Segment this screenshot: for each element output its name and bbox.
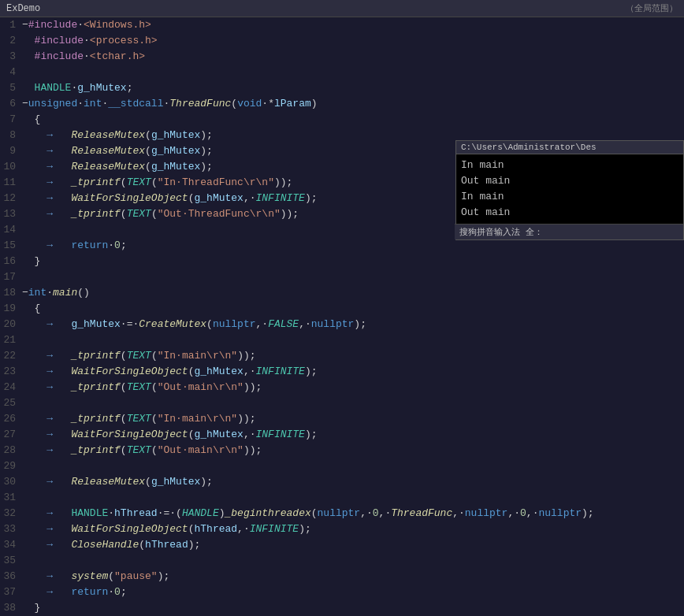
token: ,· xyxy=(243,192,256,204)
token: → xyxy=(46,129,53,141)
code-line: → WaitForSingleObject(hThread,·INFINITE)… xyxy=(22,521,311,537)
token: 0 xyxy=(114,239,121,251)
token: ReleaseMutex xyxy=(71,129,145,141)
token: ( xyxy=(151,208,158,220)
code-lines: 1−#include·<Windows.h>2 #include·<proces… xyxy=(0,17,684,616)
token: )); xyxy=(274,176,292,188)
token: ); xyxy=(305,429,318,440)
token: ); xyxy=(200,161,213,173)
token: → xyxy=(46,523,53,535)
code-line: → ReleaseMutex(g_hMutex); xyxy=(22,143,213,159)
code-line: → _tprintf(TEXT("In·main\r\n")); xyxy=(22,411,256,427)
token: TEXT xyxy=(127,176,151,188)
line-number: 1 xyxy=(0,17,22,33)
token: #include xyxy=(35,35,84,46)
token: )); xyxy=(237,413,255,425)
line-number: 25 xyxy=(0,395,22,411)
table-row: 22 → _tprintf(TEXT("In·main\r\n")); xyxy=(0,348,684,364)
line-number: 37 xyxy=(0,584,22,600)
token xyxy=(22,208,46,220)
code-line: #include·<process.h> xyxy=(22,33,158,49)
token: · xyxy=(77,19,84,31)
token: nullptr xyxy=(465,507,508,519)
token xyxy=(53,161,71,173)
token: ); xyxy=(200,145,213,157)
token: FALSE xyxy=(268,318,299,330)
token xyxy=(53,523,71,535)
line-number: 27 xyxy=(0,427,22,443)
token: − xyxy=(22,19,28,31)
table-row: 28 → _tprintf(TEXT("Out·main\r\n")); xyxy=(0,443,684,458)
table-row: 23 → WaitForSingleObject(g_hMutex,·INFIN… xyxy=(0,364,684,380)
token xyxy=(22,50,35,62)
line-number: 8 xyxy=(0,128,22,143)
code-line: HANDLE·g_hMutex; xyxy=(22,80,132,96)
token xyxy=(53,350,71,362)
token: nullptr xyxy=(213,318,256,330)
token: g_hMutex xyxy=(151,129,200,141)
token: #include xyxy=(35,50,84,62)
token: void xyxy=(237,98,262,109)
line-number: 7 xyxy=(0,112,22,128)
table-row: 2 #include·<process.h> xyxy=(0,33,684,49)
token: int xyxy=(28,287,46,299)
token: 0 xyxy=(373,507,379,519)
line-number: 26 xyxy=(0,411,22,427)
table-row: 26 → _tprintf(TEXT("In·main\r\n")); xyxy=(0,411,684,427)
token: ); xyxy=(200,129,213,141)
table-row: 35 xyxy=(0,553,684,569)
token: WaitForSingleObject xyxy=(71,429,188,440)
table-row: 3 #include·<tchar.h> xyxy=(0,49,684,65)
token: ( xyxy=(151,350,158,362)
token: ReleaseMutex xyxy=(71,476,145,488)
token: → xyxy=(46,476,53,488)
token: TEXT xyxy=(127,444,151,456)
line-number: 38 xyxy=(0,600,22,616)
token: WaitForSingleObject xyxy=(71,192,188,204)
token xyxy=(22,444,46,456)
token: g_hMutex xyxy=(194,366,243,377)
token: − xyxy=(22,287,28,299)
token: ,· xyxy=(243,429,256,440)
token: ; xyxy=(127,82,133,94)
token xyxy=(53,507,71,519)
table-row: 15 → return·0; xyxy=(0,238,684,254)
table-row: 29 xyxy=(0,458,684,474)
table-row: 5 HANDLE·g_hMutex; xyxy=(0,80,684,96)
ime-bar: 搜狗拼音输入法 全： xyxy=(455,224,683,239)
token: ,· xyxy=(299,318,311,330)
token: ,· xyxy=(237,523,250,535)
code-line: → WaitForSingleObject(g_hMutex,·INFINITE… xyxy=(22,191,318,206)
table-row: 24 → _tprintf(TEXT("Out·main\r\n")); xyxy=(0,380,684,395)
token: g_hMutex xyxy=(151,161,200,173)
token: _tprintf xyxy=(71,350,120,362)
token: ,· xyxy=(243,366,256,377)
code-area[interactable]: 1−#include·<Windows.h>2 #include·<proces… xyxy=(0,17,684,616)
token: · xyxy=(84,35,90,46)
line-number: 32 xyxy=(0,506,22,521)
line-number: 19 xyxy=(0,301,22,317)
token: ( xyxy=(121,381,127,393)
token xyxy=(22,145,46,157)
token xyxy=(53,176,71,188)
code-line: −int·main() xyxy=(22,285,90,301)
token: <Windows.h> xyxy=(84,19,151,31)
code-line: → _tprintf(TEXT("Out·main\r\n")); xyxy=(22,380,262,395)
token: ReleaseMutex xyxy=(71,161,145,173)
token: → xyxy=(46,429,53,440)
token: → xyxy=(46,208,53,220)
token: <process.h> xyxy=(90,35,158,46)
token: ·* xyxy=(262,98,274,109)
token: ( xyxy=(206,318,213,330)
code-line: → _tprintf(TEXT("In·ThreadFunc\r\n")); xyxy=(22,175,292,191)
code-line: #include·<tchar.h> xyxy=(22,49,145,65)
line-number: 10 xyxy=(0,159,22,175)
token: ( xyxy=(121,350,127,362)
token: <tchar.h> xyxy=(90,50,145,62)
token: ); xyxy=(299,523,311,535)
token: INFINITE xyxy=(256,366,305,377)
token: ,· xyxy=(526,507,539,519)
token: ) xyxy=(219,507,225,519)
token: INFINITE xyxy=(256,429,305,440)
token: − xyxy=(22,98,28,109)
